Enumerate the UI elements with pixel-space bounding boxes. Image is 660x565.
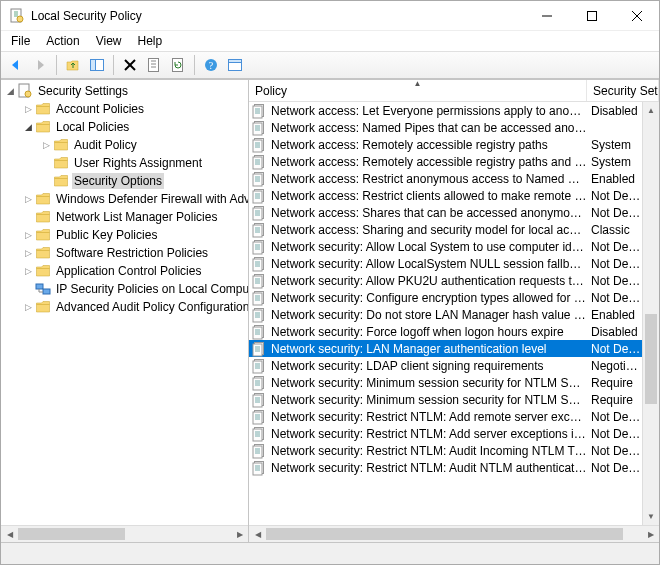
policy-icon xyxy=(252,222,268,238)
scroll-thumb[interactable] xyxy=(645,314,657,404)
expand-icon[interactable]: ▷ xyxy=(21,264,35,278)
tree-item[interactable]: ▷Audit Policy xyxy=(1,136,248,154)
tree-item[interactable]: ▷Public Key Policies xyxy=(1,226,248,244)
scroll-track[interactable] xyxy=(18,526,231,543)
scroll-right-icon[interactable]: ▶ xyxy=(642,526,659,543)
refresh-button[interactable] xyxy=(167,54,189,76)
tree-item[interactable]: ▷Application Control Policies xyxy=(1,262,248,280)
tree-item[interactable]: User Rights Assignment xyxy=(1,154,248,172)
policy-setting: Not Defined xyxy=(587,206,642,220)
list-item[interactable]: Network security: Restrict NTLM: Audit N… xyxy=(249,459,642,476)
app-icon xyxy=(9,8,25,24)
scroll-track[interactable] xyxy=(266,526,642,543)
list-item[interactable]: Network security: Restrict NTLM: Audit I… xyxy=(249,442,642,459)
expand-icon[interactable]: ▷ xyxy=(39,138,53,152)
list-rows[interactable]: Network access: Let Everyone permissions… xyxy=(249,102,642,525)
expand-icon[interactable]: ▷ xyxy=(21,192,35,206)
list-item[interactable]: Network security: Do not store LAN Manag… xyxy=(249,306,642,323)
minimize-button[interactable] xyxy=(524,1,569,30)
forward-button[interactable] xyxy=(29,54,51,76)
menu-action[interactable]: Action xyxy=(38,32,87,50)
collapse-icon[interactable]: ◢ xyxy=(3,84,17,98)
folder-icon xyxy=(35,263,51,279)
list-item[interactable]: Network access: Named Pipes that can be … xyxy=(249,119,642,136)
scroll-right-icon[interactable]: ▶ xyxy=(231,526,248,543)
tree-item[interactable]: Network List Manager Policies xyxy=(1,208,248,226)
policy-icon xyxy=(252,171,268,187)
delete-button[interactable] xyxy=(119,54,141,76)
policy-name: Network security: Allow Local System to … xyxy=(271,240,587,254)
tree-item[interactable]: Security Options xyxy=(1,172,248,190)
list-horizontal-scrollbar[interactable]: ◀ ▶ xyxy=(249,525,659,542)
tree-item[interactable]: ▷Windows Defender Firewall with Advanced… xyxy=(1,190,248,208)
back-button[interactable] xyxy=(5,54,27,76)
expand-icon[interactable]: ▷ xyxy=(21,300,35,314)
list-item[interactable]: Network security: Allow PKU2U authentica… xyxy=(249,272,642,289)
properties-button[interactable] xyxy=(143,54,165,76)
tree-spacer xyxy=(21,282,35,296)
menu-view[interactable]: View xyxy=(88,32,130,50)
menu-help[interactable]: Help xyxy=(130,32,171,50)
scroll-thumb[interactable] xyxy=(18,528,125,540)
tree-horizontal-scrollbar[interactable]: ◀ ▶ xyxy=(1,525,248,542)
tree[interactable]: ◢ Security Settings ▷Account Policies◢Lo… xyxy=(1,80,248,525)
up-button[interactable] xyxy=(62,54,84,76)
list-vertical-scrollbar[interactable]: ▲ ▼ xyxy=(642,102,659,525)
svg-rect-64 xyxy=(253,242,262,254)
tree-item[interactable]: ▷Advanced Audit Policy Configuration xyxy=(1,298,248,316)
tree-item[interactable]: ▷Account Policies xyxy=(1,100,248,118)
scroll-left-icon[interactable]: ◀ xyxy=(1,526,18,543)
policy-name: Network access: Named Pipes that can be … xyxy=(271,121,587,135)
tree-item[interactable]: ◢Local Policies xyxy=(1,118,248,136)
list-item[interactable]: Network security: Configure encryption t… xyxy=(249,289,642,306)
policy-name: Network security: Minimum session securi… xyxy=(271,376,587,390)
list-item[interactable]: Network access: Remotely accessible regi… xyxy=(249,153,642,170)
tree-item[interactable]: ▷Software Restriction Policies xyxy=(1,244,248,262)
list-item[interactable]: Network access: Restrict anonymous acces… xyxy=(249,170,642,187)
tree-pane: ◢ Security Settings ▷Account Policies◢Lo… xyxy=(1,80,249,542)
expand-icon[interactable]: ▷ xyxy=(21,246,35,260)
svg-rect-34 xyxy=(253,140,262,152)
maximize-button[interactable] xyxy=(569,1,614,30)
tree-item-label: Windows Defender Firewall with Advanced … xyxy=(54,191,248,207)
svg-rect-99 xyxy=(253,361,262,373)
list-item[interactable]: Network security: LDAP client signing re… xyxy=(249,357,642,374)
scroll-up-icon[interactable]: ▲ xyxy=(643,102,659,119)
list-item[interactable]: Network access: Sharing and security mod… xyxy=(249,221,642,238)
scroll-thumb[interactable] xyxy=(266,528,623,540)
list-item[interactable]: Network security: Force logoff when logo… xyxy=(249,323,642,340)
show-hide-tree-button[interactable] xyxy=(86,54,108,76)
list-item[interactable]: Network access: Shares that can be acces… xyxy=(249,204,642,221)
svg-rect-7 xyxy=(91,60,96,71)
menu-file[interactable]: File xyxy=(3,32,38,50)
expand-icon[interactable]: ▷ xyxy=(21,102,35,116)
policy-setting: Not Defined xyxy=(587,240,642,254)
list-item[interactable]: Network security: LAN Manager authentica… xyxy=(249,340,642,357)
collapse-icon[interactable]: ◢ xyxy=(21,120,35,134)
scroll-left-icon[interactable]: ◀ xyxy=(249,526,266,543)
policy-setting: Not Defined xyxy=(587,461,642,475)
tree-item[interactable]: IP Security Policies on Local Computer xyxy=(1,280,248,298)
folder-icon xyxy=(35,299,51,315)
export-list-button[interactable] xyxy=(224,54,246,76)
list-item[interactable]: Network security: Minimum session securi… xyxy=(249,374,642,391)
folder-icon xyxy=(35,209,51,225)
help-button[interactable]: ? xyxy=(200,54,222,76)
scroll-track[interactable] xyxy=(643,119,659,508)
column-header-policy[interactable]: ▲ Policy xyxy=(249,80,587,101)
list-item[interactable]: Network security: Allow LocalSystem NULL… xyxy=(249,255,642,272)
list-item[interactable]: Network security: Restrict NTLM: Add rem… xyxy=(249,408,642,425)
list-item[interactable]: Network access: Restrict clients allowed… xyxy=(249,187,642,204)
list-item[interactable]: Network security: Restrict NTLM: Add ser… xyxy=(249,425,642,442)
tree-spacer xyxy=(39,174,53,188)
column-header-security-setting[interactable]: Security Setting xyxy=(587,80,659,101)
list-item[interactable]: Network access: Let Everyone permissions… xyxy=(249,102,642,119)
expand-icon[interactable]: ▷ xyxy=(21,228,35,242)
tree-root[interactable]: ◢ Security Settings xyxy=(1,82,248,100)
close-button[interactable] xyxy=(614,1,659,30)
list-item[interactable]: Network security: Allow Local System to … xyxy=(249,238,642,255)
scroll-down-icon[interactable]: ▼ xyxy=(643,508,659,525)
list-item[interactable]: Network access: Remotely accessible regi… xyxy=(249,136,642,153)
list-item[interactable]: Network security: Minimum session securi… xyxy=(249,391,642,408)
svg-rect-29 xyxy=(253,123,262,135)
